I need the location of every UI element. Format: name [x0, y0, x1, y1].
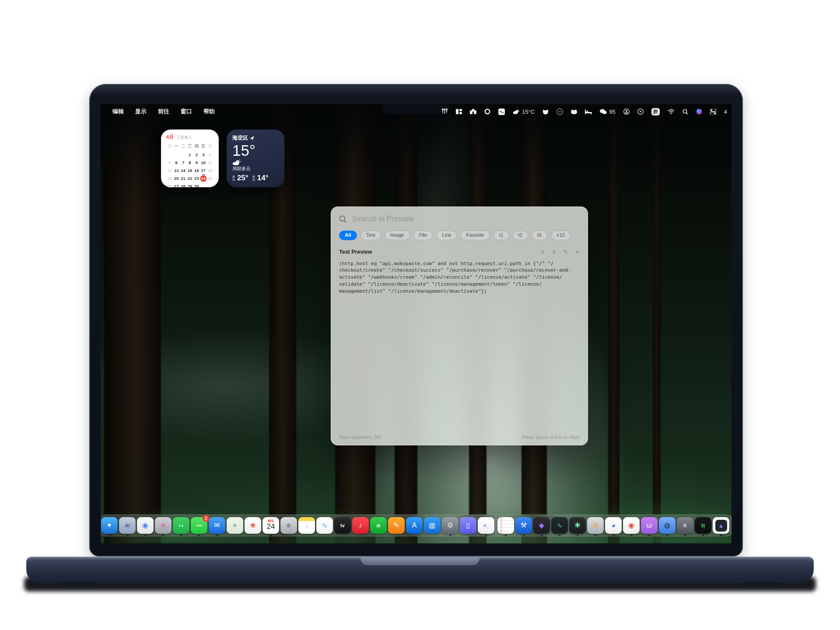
filter-chip[interactable]: File — [413, 231, 433, 240]
weather-status[interactable]: 15°C — [513, 108, 535, 115]
calendar-cell: 18 — [207, 167, 214, 174]
dock-icon-pages[interactable]: ✎ — [388, 517, 405, 534]
facetime-person-icon[interactable] — [623, 108, 630, 115]
binoculars-icon[interactable] — [470, 109, 476, 114]
calendar-lunar-date: 三月初八 — [176, 135, 192, 140]
dock-icon-keychain[interactable]: K — [677, 517, 693, 534]
filter-chip[interactable]: +12 — [551, 231, 571, 240]
prev-item-button[interactable]: ∧ — [541, 249, 545, 255]
dock-icon-stickers-app[interactable]: ✱ — [569, 517, 586, 534]
calendar-cell: 12 — [166, 167, 173, 174]
menu-item-help[interactable]: 帮助 — [198, 108, 220, 116]
dock-icon-money-terminal[interactable]: $| — [695, 517, 711, 534]
next-item-button[interactable]: ∨ — [552, 249, 556, 255]
dock-icon-notes[interactable]: ≡ — [298, 517, 315, 534]
filter-chip[interactable]: All — [339, 231, 357, 240]
calendar-cell: 9 — [193, 159, 200, 166]
window-layout-icon[interactable] — [456, 109, 462, 114]
calendar-cell: 2 — [193, 151, 200, 158]
creative-cloud-icon[interactable]: ∞ — [556, 108, 563, 115]
filter-chip[interactable]: t1 — [494, 231, 509, 240]
edit-button[interactable]: ✎ — [564, 249, 568, 255]
filter-chip[interactable]: Image — [385, 231, 410, 240]
text-preview-content: (http.host eq "api.mokopaste.com" and no… — [339, 260, 580, 295]
calendar-month: 4月 — [166, 134, 174, 140]
calendar-weekday: 四 — [193, 143, 200, 149]
menu-item-edit[interactable]: 编辑 — [107, 108, 130, 116]
dock-icon[interactable] — [496, 517, 496, 534]
calendar-cell: 10 — [200, 159, 206, 166]
dock-icon-messages[interactable]: ••• 2 — [191, 517, 207, 534]
dock-icon-calculator[interactable]: ⊞ — [587, 517, 604, 534]
dock-icon-chrome[interactable]: ◉ — [137, 517, 154, 534]
weather-temperature: 15° — [232, 143, 279, 159]
dock-icon-mail[interactable]: ✉ — [209, 517, 225, 534]
temperature-label: 15°C — [522, 108, 535, 115]
calendar-weekday: 六 — [207, 143, 214, 149]
calendar-cell: 26 — [166, 183, 173, 190]
siri-icon[interactable] — [696, 108, 702, 115]
calendar-cell: 27 — [173, 183, 179, 190]
dock-icon-app-store[interactable]: A — [406, 517, 423, 534]
dock-icon-safari[interactable]: ✦ — [101, 517, 118, 534]
dock-icon-xcode[interactable]: ⚒ — [515, 517, 532, 534]
weather-location: 海淀区 — [232, 134, 248, 142]
wifi-icon[interactable] — [668, 109, 675, 114]
input-method-badge[interactable]: 拼 — [651, 108, 660, 116]
ring-app-icon[interactable] — [484, 108, 490, 115]
dock-icon-obsidian[interactable]: ◆ — [533, 517, 550, 534]
dock-icon-warp-terminal[interactable]: >_ — [478, 517, 494, 534]
play-circle-icon[interactable] — [637, 108, 644, 115]
calendar-cell: 21 — [180, 175, 186, 182]
dock-icon-photos[interactable]: ❀ — [245, 517, 261, 534]
calendar-cell: 1 — [186, 151, 193, 158]
calendar-widget[interactable]: 4月 三月初八 日一二三四五六 123456789101112131415161… — [161, 130, 219, 187]
wave-app-icon[interactable] — [498, 108, 505, 115]
dock-icon[interactable] — [731, 517, 731, 534]
dock-icon-wechat[interactable]: ◖◗ — [173, 517, 189, 534]
wechat-status[interactable]: 95 — [600, 108, 615, 115]
dock-icon-freeform[interactable]: ∿ — [316, 517, 333, 534]
dock-icon-numbers[interactable]: ılı — [370, 517, 387, 534]
filter-chip[interactable]: Link — [436, 231, 457, 240]
calendar-weekday: 二 — [180, 143, 186, 149]
bed-sleep-icon[interactable] — [585, 109, 592, 114]
fox-app-icon[interactable] — [542, 109, 549, 115]
control-center-icon[interactable] — [710, 109, 716, 115]
dock-icon-maps[interactable]: ⌖ — [227, 517, 243, 534]
close-button[interactable]: ✕ — [575, 249, 580, 255]
dock-icon-chrome-canary[interactable]: ◉ — [623, 517, 640, 534]
spotlight-search-icon[interactable] — [682, 109, 688, 115]
menu-item-window[interactable]: 窗口 — [175, 108, 198, 116]
dock-icon-system-settings[interactable]: ⚙ — [442, 517, 458, 534]
calendar-cell — [200, 183, 206, 190]
keys-menu-icon[interactable] — [441, 108, 448, 115]
dock-icon-cat-app[interactable]: ω — [641, 517, 658, 534]
cat-status-icon[interactable] — [571, 109, 577, 114]
dock-icon-iphone-mirroring[interactable]: ▯ — [460, 517, 476, 534]
calendar-cell: 29 — [186, 183, 193, 190]
weather-widget[interactable]: 海淀区 15° 局部多云 最高 25° 最低 14° — [227, 130, 284, 187]
filter-chip[interactable]: Favorite — [460, 231, 490, 240]
dock-icon-netease-music[interactable]: ♪ — [352, 517, 369, 534]
dock-icon-activity-monitor[interactable]: ∿ — [551, 517, 568, 534]
calendar-cell — [180, 151, 186, 158]
dock-icon-calendar[interactable]: 周五 24 — [262, 517, 279, 534]
filter-chip[interactable]: t3 — [532, 231, 547, 240]
search-input[interactable] — [351, 214, 580, 224]
clock-partial[interactable]: 4 — [724, 108, 727, 115]
dock-icon-keynote[interactable]: ▥ — [424, 517, 441, 534]
menu-item-view[interactable]: 显示 — [130, 108, 152, 116]
dock-icon-homepod-app[interactable]: ◍ — [659, 517, 676, 534]
filter-chip[interactable]: t2 — [513, 231, 528, 240]
menu-item-go[interactable]: 前往 — [152, 108, 175, 116]
dock-icon-apple-tv[interactable]: tv — [334, 517, 351, 534]
dock-icon-ai-assistant[interactable]: AI — [119, 517, 136, 534]
laptop-foot-left — [61, 582, 95, 586]
dock-icon-w-logo-app[interactable]: W — [155, 517, 172, 534]
filter-chip[interactable]: Text — [360, 231, 381, 240]
dock-icon-dia-browser[interactable]: ◕ — [605, 517, 622, 534]
dock-icon-gradient-a-app[interactable]: ▲ — [713, 517, 729, 534]
dock-icon-textedit[interactable] — [497, 517, 514, 534]
dock-icon-contacts[interactable]: ☻ — [280, 517, 297, 534]
